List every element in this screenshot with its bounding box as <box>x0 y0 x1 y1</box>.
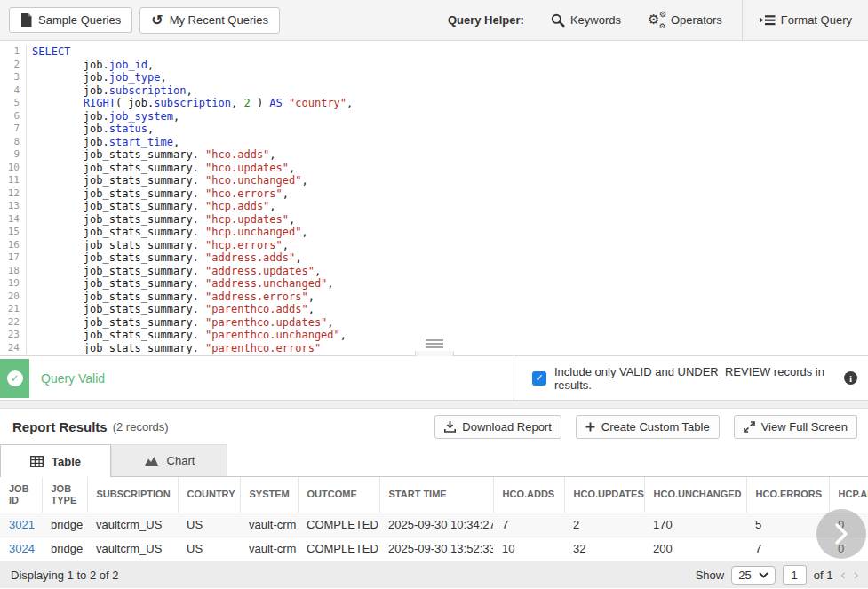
code-line: 21 job_stats_summary. "parenthco.adds", <box>0 303 868 316</box>
code-line: 7 job.status, <box>0 123 868 136</box>
sql-editor[interactable]: 1SELECT2 job.job_id,3 job.job_type,4 job… <box>0 41 868 356</box>
code-line: 8 job.start_time, <box>0 136 868 149</box>
download-report-button[interactable]: Download Report <box>434 415 561 439</box>
sample-queries-button[interactable]: Sample Queries <box>9 7 132 33</box>
code-text: job_stats_summary. "hco.unchanged", <box>27 174 308 187</box>
column-header[interactable]: SYSTEM <box>240 477 298 513</box>
operators-label: Operators <box>671 13 722 27</box>
line-number: 23 <box>0 329 27 342</box>
table-cell: vault-crm <box>240 537 298 561</box>
code-line: 4 job.subscription, <box>0 84 868 98</box>
editor-lines: 1SELECT2 job.job_id,3 job.job_type,4 job… <box>0 45 868 354</box>
prev-page-arrow[interactable]: ‹ <box>840 568 846 583</box>
operators-button[interactable]: ⚙⚙⚙ Operators <box>648 12 722 28</box>
table-cell: 200 <box>644 537 746 561</box>
column-header[interactable]: HCO.UNCHANGED <box>644 477 746 513</box>
column-header[interactable]: HCO.ERRORS <box>746 477 829 513</box>
displaying-label: Displaying 1 to 2 of 2 <box>11 569 118 582</box>
code-text: job.job_system, <box>27 110 179 123</box>
valid-records-checkbox-label: Include only VALID and UNDER_REVIEW reco… <box>554 365 835 392</box>
table-cell: 3024 <box>0 537 42 561</box>
line-number: 15 <box>0 226 27 239</box>
line-number: 11 <box>0 174 27 187</box>
chevron-right-icon <box>833 522 849 545</box>
view-full-screen-button[interactable]: View Full Screen <box>734 415 857 439</box>
view-full-screen-label: View Full Screen <box>761 420 848 434</box>
table-cell: 7 <box>493 513 564 537</box>
column-header[interactable]: HCO.ADDS <box>493 477 564 513</box>
top-toolbar: Sample Queries ↺ My Recent Queries Query… <box>0 0 868 41</box>
code-line: 3 job.job_type, <box>0 71 868 84</box>
section-divider <box>0 401 868 409</box>
line-number: 1 <box>0 45 27 59</box>
code-text: job_stats_summary. "address.adds", <box>27 251 301 265</box>
column-header[interactable]: HCP.ADDS <box>829 477 868 513</box>
line-number: 4 <box>0 84 27 98</box>
keywords-button[interactable]: Keywords <box>551 13 621 28</box>
code-text: job_stats_summary. "address.unchanged", <box>27 277 334 291</box>
my-recent-queries-label: My Recent Queries <box>170 13 268 27</box>
code-line: 16 job_stats_summary. "hcp.errors", <box>0 239 868 252</box>
history-icon: ↺ <box>151 13 163 28</box>
code-text: job_stats_summary. "parenthco.errors" <box>27 342 321 355</box>
show-label: Show <box>696 569 725 582</box>
code-line: 9 job_stats_summary. "hco.adds", <box>0 148 868 162</box>
code-line: 11 job_stats_summary. "hco.unchanged", <box>0 174 868 187</box>
table-cell: bridge <box>42 537 87 561</box>
results-table-header-row: JOB IDJOB TYPESUBSCRIPTIONCOUNTRYSYSTEMO… <box>0 477 868 513</box>
tab-chart[interactable]: Chart <box>111 444 227 476</box>
format-list-icon <box>759 14 776 27</box>
download-icon <box>444 421 456 433</box>
job-id-link[interactable]: 3021 <box>9 518 35 531</box>
column-header[interactable]: JOB ID <box>0 477 42 513</box>
column-header[interactable]: OUTCOME <box>298 477 379 513</box>
tab-table[interactable]: Table <box>0 444 111 477</box>
column-header[interactable]: HCO.UPDATES <box>564 477 644 513</box>
code-text: job_stats_summary. "hco.adds", <box>27 148 276 162</box>
tab-chart-label: Chart <box>167 454 195 467</box>
line-number: 2 <box>0 59 27 72</box>
page-number-input[interactable] <box>783 565 807 585</box>
table-cell: 3021 <box>0 513 42 537</box>
info-icon[interactable]: i <box>844 371 857 385</box>
table-cell: 2025-09-30 13:52:33 <box>379 537 493 561</box>
results-tabs: Table Chart <box>0 444 868 477</box>
next-page-arrow[interactable]: › <box>853 568 859 583</box>
valid-records-checkbox[interactable]: ✓ <box>532 371 546 386</box>
query-valid-label: Query Valid <box>41 371 105 386</box>
table-cell: 32 <box>564 537 644 561</box>
grip-tab <box>415 351 454 356</box>
my-recent-queries-button[interactable]: ↺ My Recent Queries <box>139 7 280 34</box>
editor-resize-handle[interactable] <box>415 339 454 356</box>
table-cell: vault-crm <box>240 513 298 537</box>
record-filter-section: ✓ Include only VALID and UNDER_REVIEW re… <box>514 356 868 400</box>
search-icon <box>551 13 565 28</box>
query-helper-label: Query Helper: <box>448 13 524 27</box>
job-id-link[interactable]: 3024 <box>9 542 35 555</box>
code-line: 6 job.job_system, <box>0 110 868 123</box>
code-line: 17 job_stats_summary. "address.adds", <box>0 251 868 265</box>
create-custom-table-button[interactable]: Create Custom Table <box>576 415 720 439</box>
grip-lines-icon <box>426 339 443 350</box>
column-header[interactable]: JOB TYPE <box>42 477 87 513</box>
code-text: job_stats_summary. "address.updates", <box>27 265 321 278</box>
line-number: 17 <box>0 251 27 265</box>
pager-controls: Show 25 of 1 ‹ › <box>696 565 859 585</box>
line-number: 10 <box>0 162 27 175</box>
column-header[interactable]: SUBSCRIPTION <box>87 477 178 513</box>
table-cell: 2 <box>564 513 644 537</box>
code-line: 22 job_stats_summary. "parenthco.updates… <box>0 316 868 330</box>
page-size-select[interactable]: 25 <box>731 566 775 585</box>
column-header[interactable]: START TIME <box>379 477 493 513</box>
code-line: 20 job_stats_summary. "address.errors", <box>0 291 868 304</box>
line-number: 20 <box>0 291 27 304</box>
scroll-right-button[interactable] <box>816 509 866 559</box>
code-text: job_stats_summary. "hcp.updates", <box>27 213 295 227</box>
code-line: 18 job_stats_summary. "address.updates", <box>0 265 868 278</box>
chart-icon <box>144 455 159 466</box>
line-number: 9 <box>0 148 27 162</box>
column-header[interactable]: COUNTRY <box>178 477 240 513</box>
code-line: 2 job.job_id, <box>0 59 868 72</box>
table-cell: bridge <box>42 513 87 537</box>
format-query-button[interactable]: Format Query <box>759 13 852 27</box>
